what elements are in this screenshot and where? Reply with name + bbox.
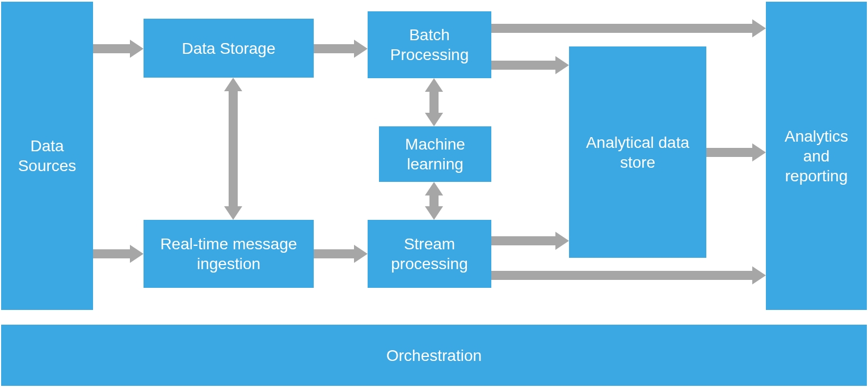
node-label: Real-time message ingestion [149,234,308,274]
node-batch-processing: Batch Processing [368,11,491,78]
node-data-storage: Data Storage [144,19,314,78]
node-machine-learning: Machine learning [379,126,491,182]
node-label: Data Storage [182,39,276,58]
node-real-time-ingestion: Real-time message ingestion [144,220,314,288]
node-label: Analytical data store [575,133,701,172]
node-label: Batch Processing [373,25,486,65]
node-label: Orchestration [386,346,482,365]
node-stream-processing: Stream processing [368,220,491,288]
node-analytical-data-store: Analytical data store [569,46,706,258]
node-analytics-reporting: Analytics and reporting [766,2,867,310]
node-label: Stream processing [373,234,486,274]
node-data-sources: Data Sources [1,2,93,310]
node-label: Data Sources [7,136,87,176]
node-label: Machine learning [385,134,486,174]
node-label: Analytics and reporting [772,126,861,186]
node-orchestration: Orchestration [1,325,867,386]
